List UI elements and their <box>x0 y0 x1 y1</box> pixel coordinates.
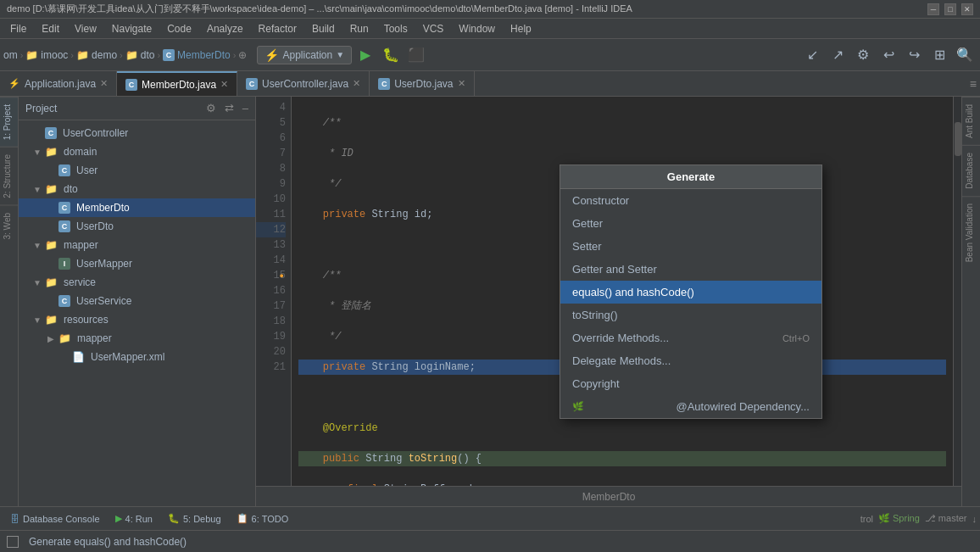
menu-item-override-methods[interactable]: Override Methods... Ctrl+O <box>560 326 821 349</box>
minimize-button[interactable]: ─ <box>927 3 939 15</box>
menu-view[interactable]: View <box>68 21 103 36</box>
tree-item-service[interactable]: ▼ 📁 service <box>19 273 255 292</box>
tree-item-user[interactable]: C User <box>19 161 255 180</box>
menu-window[interactable]: Window <box>452 21 502 36</box>
tree-item-userservice[interactable]: C UserService <box>19 292 255 310</box>
run-button[interactable]: ▶ <box>354 43 377 67</box>
bottom-tab-debug[interactable]: 🐛 5: Debug <box>161 511 228 526</box>
menu-navigate[interactable]: Navigate <box>105 21 159 36</box>
menu-help[interactable]: Help <box>504 21 538 36</box>
menu-code[interactable]: Code <box>160 21 198 36</box>
editor-footer-text: MemberDto <box>582 491 636 503</box>
tab-usercontroller-close[interactable]: ✕ <box>353 78 360 89</box>
tab-usercontroller[interactable]: C UserController.java ✕ <box>237 71 370 96</box>
menu-build[interactable]: Build <box>305 21 342 36</box>
expand-icon: ▼ <box>32 241 42 250</box>
tree-item-mapper[interactable]: ▼ 📁 mapper <box>19 236 255 254</box>
tree-item-usermapper-xml[interactable]: 📄 UserMapper.xml <box>19 348 255 366</box>
menu-run[interactable]: Run <box>343 21 376 36</box>
bean-validation-panel-label[interactable]: Bean Validation <box>962 196 980 269</box>
redo-button[interactable]: ↪ <box>902 43 926 67</box>
status-checkbox[interactable] <box>7 536 19 548</box>
menu-file[interactable]: File <box>3 21 33 36</box>
scrollbar-thumb[interactable] <box>955 122 961 156</box>
tree-item-userdto[interactable]: C UserDto <box>19 217 255 236</box>
bottom-tab-todo[interactable]: 📋 6: TODO <box>230 511 296 526</box>
menu-item-getter-setter[interactable]: Getter and Setter <box>560 258 821 281</box>
tab-application-label: Application.java <box>25 78 96 90</box>
menu-item-equals-hashcode[interactable]: equals() and hashCode() <box>560 281 821 304</box>
tree-item-resources[interactable]: ▼ 📁 resources <box>19 310 255 329</box>
sidebar-gear-icon[interactable]: ⚙ <box>206 102 216 114</box>
menu-item-copyright[interactable]: Copyright <box>560 372 821 395</box>
menu-item-setter[interactable]: Setter <box>560 235 821 258</box>
class-c-icon: C <box>58 202 70 214</box>
left-tab-project[interactable]: 1: Project <box>0 97 18 147</box>
structure-button[interactable]: ⊞ <box>927 43 951 67</box>
tree-label: UserMapper <box>76 258 132 270</box>
tab-application[interactable]: ⚡ Application.java ✕ <box>0 71 117 96</box>
close-button[interactable]: ✕ <box>961 3 973 15</box>
sidebar-collapse-icon[interactable]: – <box>242 102 248 114</box>
ant-build-panel-label[interactable]: Ant Build <box>962 97 980 145</box>
menu-tools[interactable]: Tools <box>377 21 415 36</box>
title-bar: demo [D:\慕课网\开发工具idea\从入门到爱不释手\workspace… <box>0 0 980 19</box>
menu-item-tostring[interactable]: toString() <box>560 304 821 326</box>
folder-icon: 📁 <box>58 332 71 344</box>
menu-refactor[interactable]: Refactor <box>252 21 303 36</box>
bottom-tab-run[interactable]: ▶ 4: Run <box>109 511 159 526</box>
breadcrumb-dto[interactable]: dto <box>141 49 155 61</box>
tab-memberdto-close[interactable]: ✕ <box>220 79 228 90</box>
tab-application-close[interactable]: ✕ <box>100 78 108 89</box>
menu-item-tostring-label: toString() <box>572 309 617 321</box>
bottom-tab-database-console[interactable]: 🗄 Database Console <box>3 512 107 526</box>
tree-item-usercontroller[interactable]: C UserController <box>19 124 255 142</box>
tab-memberdto[interactable]: C MemberDto.java ✕ <box>117 71 237 96</box>
menu-item-constructor[interactable]: Constructor <box>560 189 821 212</box>
run-label: 4: Run <box>125 514 153 524</box>
stop-button[interactable]: ⬛ <box>404 43 428 67</box>
vcs-update-button[interactable]: ↙ <box>800 43 824 67</box>
menu-analyze[interactable]: Analyze <box>200 21 250 36</box>
menu-vcs[interactable]: VCS <box>416 21 451 36</box>
debug-button[interactable]: 🐛 <box>379 43 403 67</box>
tab-userdto[interactable]: C UserDto.java ✕ <box>370 71 474 96</box>
app-config-selector[interactable]: ⚡ Application ▼ <box>257 46 352 64</box>
vcs-commit-button[interactable]: ↗ <box>826 43 849 67</box>
expand-icon: ▶ <box>46 334 56 343</box>
tab-userdto-close[interactable]: ✕ <box>458 78 465 89</box>
tree-item-resources-mapper[interactable]: ▶ 📁 mapper <box>19 329 255 348</box>
left-tab-structure[interactable]: 2: Structure <box>0 147 18 205</box>
database-panel-label[interactable]: Database <box>962 145 980 196</box>
settings-button[interactable]: ⚙ <box>851 43 875 67</box>
menu-item-delegate-methods[interactable]: Delegate Methods... <box>560 349 821 372</box>
tree-item-usermapper[interactable]: I UserMapper <box>19 254 255 273</box>
left-tab-web[interactable]: 3: Web <box>0 205 18 247</box>
sidebar-sync-icon[interactable]: ⇄ <box>225 102 234 114</box>
menu-item-equals-hashcode-label: equals() and hashCode() <box>572 286 694 298</box>
tab-usercontroller-label: UserController.java <box>262 78 348 90</box>
menu-item-autowired[interactable]: 🌿 @Autowired Dependency... <box>560 395 821 418</box>
menu-item-getter[interactable]: Getter <box>560 212 821 235</box>
expand-icon: ▼ <box>32 185 42 194</box>
tab-usercontroller-icon: C <box>246 78 258 90</box>
right-panels: Ant Build Database Bean Validation <box>961 97 980 506</box>
search-button[interactable]: 🔍 <box>953 43 977 67</box>
editor-scrollbar[interactable] <box>953 97 961 486</box>
breadcrumb-memberdto[interactable]: MemberDto <box>177 49 231 61</box>
tree-label: mapper <box>77 332 112 344</box>
tree-item-memberdto[interactable]: C MemberDto <box>19 198 255 217</box>
tab-options[interactable]: ≡ <box>966 71 980 96</box>
context-menu-title: Generate <box>560 165 821 189</box>
tree-item-domain[interactable]: ▼ 📁 domain <box>19 142 255 161</box>
tree-item-dto[interactable]: ▼ 📁 dto <box>19 180 255 198</box>
breadcrumb-demo[interactable]: demo <box>92 49 117 61</box>
menu-edit[interactable]: Edit <box>35 21 66 36</box>
undo-button[interactable]: ↩ <box>877 43 900 67</box>
breadcrumb-imooc[interactable]: imooc <box>41 49 68 61</box>
status-text: Generate equals() and hashCode() <box>29 536 187 548</box>
maximize-button[interactable]: □ <box>944 3 956 15</box>
breadcrumb-om[interactable]: om <box>3 49 18 61</box>
editor-footer: MemberDto <box>256 486 961 506</box>
breadcrumb-splitter-icon: ⊕ <box>238 49 247 61</box>
